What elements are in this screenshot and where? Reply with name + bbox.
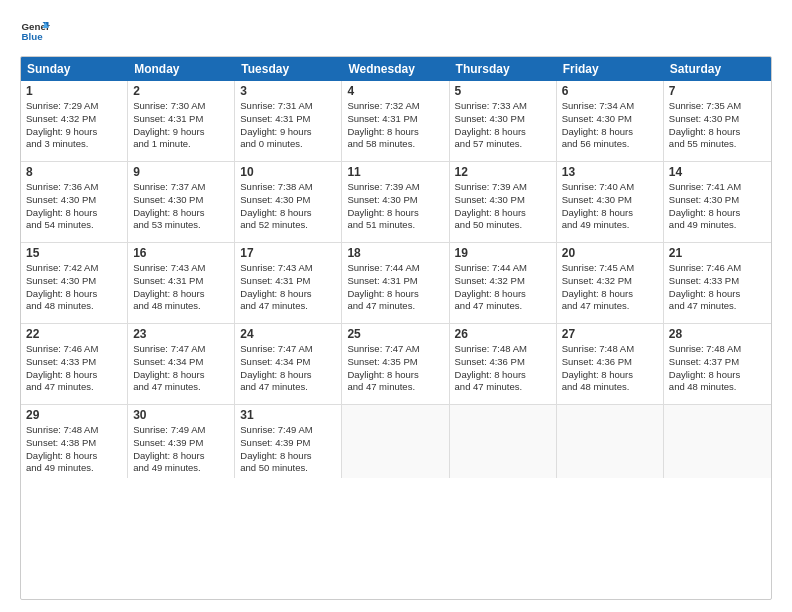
cal-cell-day-21: 21Sunrise: 7:46 AMSunset: 4:33 PMDayligh… [664, 243, 771, 323]
header-day-wednesday: Wednesday [342, 57, 449, 81]
cal-week-1: 1Sunrise: 7:29 AMSunset: 4:32 PMDaylight… [21, 81, 771, 162]
cell-line: Sunrise: 7:33 AM [455, 100, 551, 113]
cell-line: Sunrise: 7:47 AM [133, 343, 229, 356]
cell-line: Sunset: 4:39 PM [240, 437, 336, 450]
cell-line: and 52 minutes. [240, 219, 336, 232]
cell-line: Daylight: 9 hours [26, 126, 122, 139]
cal-cell-day-3: 3Sunrise: 7:31 AMSunset: 4:31 PMDaylight… [235, 81, 342, 161]
cal-week-5: 29Sunrise: 7:48 AMSunset: 4:38 PMDayligh… [21, 405, 771, 478]
cell-line: and 48 minutes. [669, 381, 766, 394]
day-number-13: 13 [562, 165, 658, 179]
cell-line: Sunset: 4:30 PM [669, 113, 766, 126]
cell-line: Sunrise: 7:31 AM [240, 100, 336, 113]
cell-line: Sunset: 4:30 PM [347, 194, 443, 207]
cell-line: Daylight: 9 hours [133, 126, 229, 139]
cell-line: Daylight: 8 hours [455, 288, 551, 301]
cal-week-4: 22Sunrise: 7:46 AMSunset: 4:33 PMDayligh… [21, 324, 771, 405]
cell-line: Sunrise: 7:43 AM [240, 262, 336, 275]
cell-line: Daylight: 8 hours [562, 288, 658, 301]
cell-line: Sunset: 4:33 PM [26, 356, 122, 369]
cell-line: Daylight: 8 hours [347, 369, 443, 382]
cell-line: Daylight: 8 hours [133, 369, 229, 382]
day-number-14: 14 [669, 165, 766, 179]
cell-line: and 47 minutes. [669, 300, 766, 313]
cal-cell-empty [664, 405, 771, 478]
cell-line: Daylight: 9 hours [240, 126, 336, 139]
cell-line: and 47 minutes. [26, 381, 122, 394]
cal-cell-day-7: 7Sunrise: 7:35 AMSunset: 4:30 PMDaylight… [664, 81, 771, 161]
cell-line: Sunrise: 7:48 AM [562, 343, 658, 356]
day-number-18: 18 [347, 246, 443, 260]
cell-line: and 54 minutes. [26, 219, 122, 232]
cal-cell-empty [557, 405, 664, 478]
day-number-28: 28 [669, 327, 766, 341]
cal-cell-day-13: 13Sunrise: 7:40 AMSunset: 4:30 PMDayligh… [557, 162, 664, 242]
cell-line: and 58 minutes. [347, 138, 443, 151]
cell-line: Sunset: 4:31 PM [347, 275, 443, 288]
header-day-friday: Friday [557, 57, 664, 81]
day-number-22: 22 [26, 327, 122, 341]
cal-cell-day-30: 30Sunrise: 7:49 AMSunset: 4:39 PMDayligh… [128, 405, 235, 478]
cal-week-2: 8Sunrise: 7:36 AMSunset: 4:30 PMDaylight… [21, 162, 771, 243]
day-number-4: 4 [347, 84, 443, 98]
cell-line: Daylight: 8 hours [133, 450, 229, 463]
cal-cell-day-25: 25Sunrise: 7:47 AMSunset: 4:35 PMDayligh… [342, 324, 449, 404]
cal-cell-day-8: 8Sunrise: 7:36 AMSunset: 4:30 PMDaylight… [21, 162, 128, 242]
svg-text:Blue: Blue [22, 31, 44, 42]
cell-line: and 49 minutes. [133, 462, 229, 475]
logo-icon: General Blue [20, 16, 50, 46]
header: General Blue [20, 16, 772, 46]
cell-line: Sunset: 4:30 PM [240, 194, 336, 207]
cell-line: Sunrise: 7:47 AM [347, 343, 443, 356]
cal-cell-day-2: 2Sunrise: 7:30 AMSunset: 4:31 PMDaylight… [128, 81, 235, 161]
day-number-15: 15 [26, 246, 122, 260]
cell-line: Sunset: 4:31 PM [240, 113, 336, 126]
cell-line: Sunset: 4:34 PM [240, 356, 336, 369]
cal-cell-day-18: 18Sunrise: 7:44 AMSunset: 4:31 PMDayligh… [342, 243, 449, 323]
day-number-29: 29 [26, 408, 122, 422]
cell-line: Sunset: 4:30 PM [562, 113, 658, 126]
header-day-tuesday: Tuesday [235, 57, 342, 81]
cell-line: and 51 minutes. [347, 219, 443, 232]
cell-line: Sunrise: 7:48 AM [455, 343, 551, 356]
cell-line: and 47 minutes. [240, 381, 336, 394]
cell-line: and 48 minutes. [562, 381, 658, 394]
cell-line: Daylight: 8 hours [562, 207, 658, 220]
cell-line: Sunset: 4:38 PM [26, 437, 122, 450]
cal-cell-day-12: 12Sunrise: 7:39 AMSunset: 4:30 PMDayligh… [450, 162, 557, 242]
cell-line: Sunrise: 7:49 AM [240, 424, 336, 437]
cell-line: Sunrise: 7:42 AM [26, 262, 122, 275]
day-number-23: 23 [133, 327, 229, 341]
day-number-17: 17 [240, 246, 336, 260]
cell-line: Daylight: 8 hours [669, 369, 766, 382]
cell-line: Sunset: 4:30 PM [455, 194, 551, 207]
cell-line: and 55 minutes. [669, 138, 766, 151]
cal-cell-day-26: 26Sunrise: 7:48 AMSunset: 4:36 PMDayligh… [450, 324, 557, 404]
cell-line: Sunset: 4:30 PM [26, 194, 122, 207]
cell-line: Sunrise: 7:44 AM [347, 262, 443, 275]
cell-line: Sunrise: 7:41 AM [669, 181, 766, 194]
cell-line: Daylight: 8 hours [455, 369, 551, 382]
cal-cell-day-24: 24Sunrise: 7:47 AMSunset: 4:34 PMDayligh… [235, 324, 342, 404]
cal-cell-day-6: 6Sunrise: 7:34 AMSunset: 4:30 PMDaylight… [557, 81, 664, 161]
cell-line: Daylight: 8 hours [669, 126, 766, 139]
cell-line: Sunset: 4:30 PM [133, 194, 229, 207]
cal-cell-day-28: 28Sunrise: 7:48 AMSunset: 4:37 PMDayligh… [664, 324, 771, 404]
cell-line: Daylight: 8 hours [240, 288, 336, 301]
cell-line: Daylight: 8 hours [562, 369, 658, 382]
cell-line: Sunset: 4:32 PM [562, 275, 658, 288]
cell-line: Daylight: 8 hours [26, 207, 122, 220]
cell-line: Sunrise: 7:43 AM [133, 262, 229, 275]
cell-line: Sunrise: 7:35 AM [669, 100, 766, 113]
cell-line: Daylight: 8 hours [669, 207, 766, 220]
logo: General Blue [20, 16, 54, 46]
cell-line: Sunset: 4:31 PM [133, 275, 229, 288]
cell-line: Sunset: 4:30 PM [562, 194, 658, 207]
day-number-21: 21 [669, 246, 766, 260]
cell-line: and 47 minutes. [455, 300, 551, 313]
cell-line: Daylight: 8 hours [133, 288, 229, 301]
cell-line: and 47 minutes. [133, 381, 229, 394]
cell-line: Sunset: 4:30 PM [669, 194, 766, 207]
calendar: SundayMondayTuesdayWednesdayThursdayFrid… [20, 56, 772, 600]
cell-line: Sunset: 4:37 PM [669, 356, 766, 369]
